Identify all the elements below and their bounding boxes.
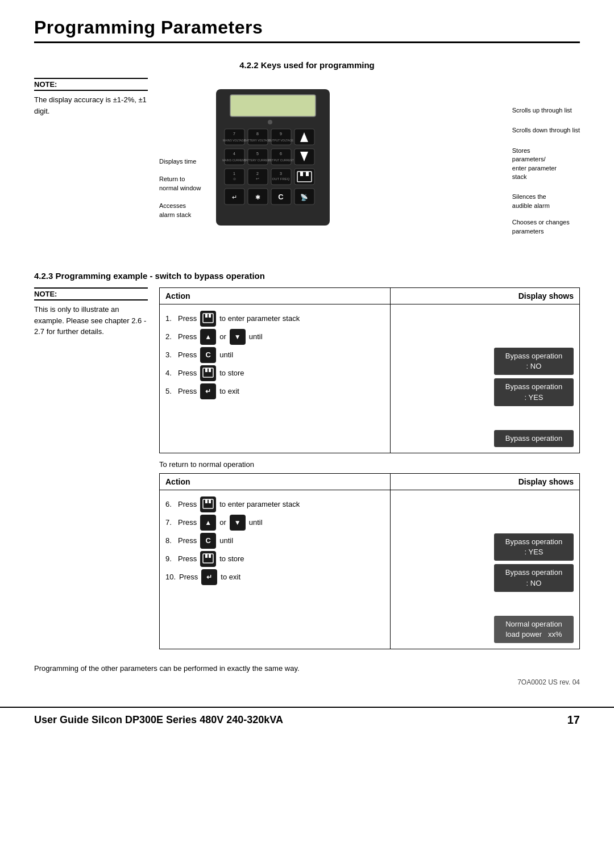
display-bypass-no-2: Bypass operation: NO [494,564,574,591]
svg-rect-51 [209,368,211,372]
footer-title: User Guide Silcon DP300E Series 480V 240… [34,714,283,726]
section423-heading: 4.2.3 Programming example - switch to by… [34,271,580,281]
th1-display: Display shows [391,288,579,304]
display-bypass-yes: Bypass operation: YES [494,378,574,406]
annotation-scrolls-down: Scrolls down through list [512,126,580,135]
note2-text: This is only to illustrate an example. P… [34,304,148,337]
display-bypass-yes-2: Bypass operation: YES [494,533,574,561]
svg-rect-49 [203,368,213,377]
svg-rect-55 [203,554,213,563]
svg-text:↩: ↩ [256,177,259,181]
table-row: 1. Press to enter parameter stack [165,310,384,327]
svg-text:1: 1 [233,172,235,176]
table-row: 7. Press ▲ or ▼ until [165,514,384,531]
svg-rect-46 [203,314,213,323]
svg-text:5: 5 [256,152,259,156]
th2-action: Action [160,474,391,490]
table1-body: 1. Press to enter parameter stack 2 [160,304,579,453]
table-row: 5. Press ↵ to exit [165,383,384,400]
diagram-container: 7 MAINS VOLTAGE 8 BATTERY VOLTAGE 9 OUTP… [159,78,580,260]
svg-text:MAINS VOLTAGE: MAINS VOLTAGE [223,139,246,142]
svg-rect-53 [205,499,208,503]
page: Programming Parameters 4.2.2 Keys used f… [0,0,614,868]
svg-text:6: 6 [280,152,282,156]
svg-text:3: 3 [280,172,282,176]
page-title: Programming Parameters [34,17,580,38]
table-row: 4. Press to store [165,365,384,382]
svg-rect-50 [205,368,208,372]
svg-point-2 [268,120,272,124]
annotation-stores: Storesparameters/enter parameterstack [512,147,580,182]
table1-area: Action Display shows 1. Press [159,287,580,656]
svg-rect-56 [205,554,208,558]
svg-text:MAINS CURRENT: MAINS CURRENT [222,158,246,162]
table1-header: Action Display shows [160,288,579,304]
page-title-section: Programming Parameters [0,0,614,49]
table-row: 9. Press to store [165,550,384,567]
svg-text:7: 7 [233,132,235,136]
svg-rect-48 [209,314,211,318]
table2-body: 6. Press to enter parameter stack 7 [160,490,579,649]
table-row: 6. Press to enter parameter stack [165,496,384,513]
store-button-icon [200,311,216,327]
th2-display: Display shows [391,474,579,490]
th1-action: Action [160,288,391,304]
svg-text:9: 9 [280,132,282,136]
note1-box: NOTE: The display accuracy is ±1-2%, ±1 … [34,78,148,260]
display-bypass-op: Bypass operation [494,430,574,447]
display-normal-op: Normal operationload power xx% [494,616,574,643]
svg-text:2: 2 [256,172,259,176]
svg-text:📡: 📡 [300,193,308,201]
table-row: 3. Press C until [165,347,384,364]
note2-box: NOTE: This is only to illustrate an exam… [34,287,148,656]
note1-text: The display accuracy is ±1-2%, ±1 digit. [34,94,148,116]
doc-ref: 7OA0002 US rev. 04 [34,678,580,686]
svg-rect-47 [205,314,208,318]
svg-rect-37 [306,172,309,176]
title-underline [34,41,580,43]
svg-rect-52 [203,499,213,508]
prog-section: 4.2.3 Programming example - switch to by… [34,271,580,656]
table1-displays: Bypass operation: NO Bypass operation: Y… [391,304,579,453]
action-table-1: Action Display shows 1. Press [159,287,580,453]
table-row: 2. Press ▲ or ▼ until [165,328,384,345]
svg-rect-36 [300,172,303,176]
annotation-chooses: Chooses or changesparameters [512,218,580,236]
store-button-icon-3 [200,496,216,512]
down-arrow-icon-2: ▼ [230,515,246,531]
table-row: 10. Press ↵ to exit [165,569,384,586]
annotation-silences: Silences theaudible alarm [512,193,580,210]
svg-text:OUTPUT CURRENT: OUTPUT CURRENT [268,158,294,162]
up-arrow-icon: ▲ [200,329,216,345]
prog-layout: NOTE: This is only to illustrate an exam… [34,287,580,656]
svg-text:⊙: ⊙ [233,177,236,181]
down-arrow-icon: ▼ [230,329,246,345]
to-return-text: To return to normal operation [159,460,580,469]
display-bypass-no: Bypass operation: NO [494,348,574,375]
svg-rect-1 [230,95,316,116]
footer: User Guide Silcon DP300E Series 480V 240… [0,707,614,732]
c-button-icon-2: C [200,533,216,549]
enter-button-icon: ↵ [200,383,216,399]
svg-text:4: 4 [233,152,235,156]
svg-text:✱: ✱ [255,194,260,201]
c-button-icon: C [200,347,216,363]
enter-button-icon-2: ↵ [201,569,217,585]
svg-text:8: 8 [256,132,259,136]
table2-header: Action Display shows [160,474,579,490]
svg-rect-57 [209,554,211,558]
content: 4.2.2 Keys used for programming NOTE: Th… [0,49,614,701]
action-table-2: Action Display shows 6. Press [159,473,580,649]
svg-rect-54 [209,499,211,503]
table2-actions: 6. Press to enter parameter stack 7 [160,490,391,649]
svg-text:BATTERY VOLTAGE: BATTERY VOLTAGE [244,139,271,142]
svg-text:↵: ↵ [232,194,237,201]
annotation-displays-time: Displays time [159,157,201,166]
note1-label: NOTE: [34,78,148,91]
store-button-icon-4 [200,551,216,567]
store-button-icon-2 [200,365,216,381]
annotation-return-normal: Return tonormal window [159,175,201,193]
table2-displays: Bypass operation: YES Bypass operation: … [391,490,579,649]
annotation-scrolls-up: Scrolls up through list [512,106,580,115]
section422-heading: 4.2.2 Keys used for programming [34,60,580,70]
